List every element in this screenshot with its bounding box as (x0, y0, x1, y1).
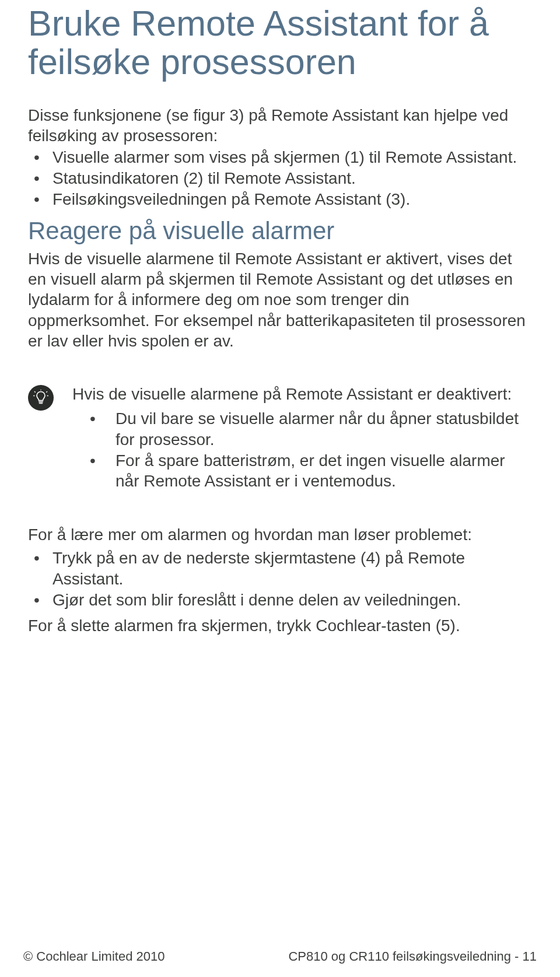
title-line-1: Bruke Remote Assistant for å (28, 3, 489, 43)
list-item: Du vil bare se visuelle alarmer når du å… (72, 408, 532, 450)
learn-more-lead: For å lære mer om alarmen og hvordan man… (28, 524, 532, 545)
list-item: Trykk på en av de nederste skjermtastene… (28, 548, 532, 590)
footer-left: © Cochlear Limited 2010 (23, 949, 164, 964)
list-item: Gjør det som blir foreslått i denne dele… (28, 590, 532, 611)
list-item: For å spare batteristrøm, er det ingen v… (72, 450, 532, 492)
final-paragraph: For å slette alarmen fra skjermen, trykk… (28, 615, 532, 636)
learn-more-bullet-list: Trykk på en av de nederste skjermtastene… (28, 548, 532, 610)
document-page: Bruke Remote Assistant for å feilsøke pr… (0, 0, 560, 977)
tip-bullet-list: Du vil bare se visuelle alarmer når du å… (72, 408, 532, 492)
body-paragraph: Hvis de visuelle alarmene til Remote Ass… (28, 248, 532, 351)
svg-line-4 (46, 391, 47, 393)
footer-right: CP810 og CR110 feilsøkingsveiledning - 1… (288, 949, 537, 964)
list-item: Statusindikatoren (2) til Remote Assista… (28, 168, 532, 189)
intro-paragraph: Disse funksjonene (se figur 3) på Remote… (28, 105, 532, 146)
page-footer: © Cochlear Limited 2010 CP810 og CR110 f… (23, 949, 537, 964)
list-item: Feilsøkingsveiledningen på Remote Assist… (28, 189, 532, 210)
tip-content: Hvis de visuelle alarmene på Remote Assi… (72, 384, 532, 492)
svg-line-3 (34, 391, 36, 393)
page-title: Bruke Remote Assistant for å feilsøke pr… (28, 0, 532, 82)
lightbulb-icon (28, 385, 54, 411)
title-line-2: feilsøke prosessoren (28, 42, 356, 82)
list-item: Visuelle alarmer som vises på skjermen (… (28, 147, 532, 168)
subheading: Reagere på visuelle alarmer (28, 217, 532, 245)
tip-lead: Hvis de visuelle alarmene på Remote Assi… (72, 384, 532, 405)
tip-icon-wrap (28, 384, 72, 411)
tip-block: Hvis de visuelle alarmene på Remote Assi… (28, 384, 532, 492)
intro-bullet-list: Visuelle alarmer som vises på skjermen (… (28, 147, 532, 209)
